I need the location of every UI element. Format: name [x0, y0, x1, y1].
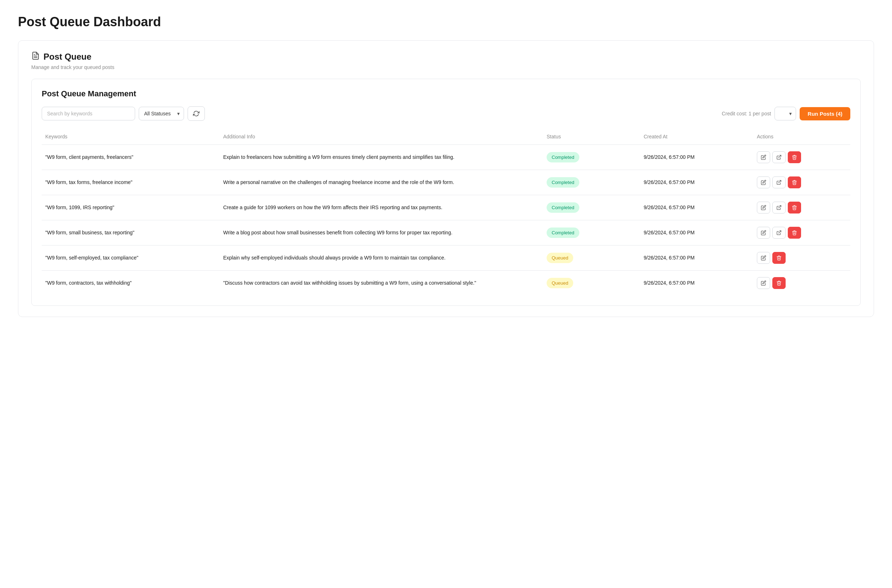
credit-cost-label: Credit cost: 1 per post	[722, 111, 771, 117]
table-row: "W9 form, tax forms, freelance income" W…	[42, 170, 850, 195]
cell-actions	[753, 271, 850, 296]
edit-button[interactable]	[757, 202, 770, 213]
cell-created: 9/26/2024, 6:57:00 PM	[640, 220, 753, 246]
cell-actions	[753, 220, 850, 246]
delete-button[interactable]	[788, 202, 801, 213]
cell-keywords: "W9 form, self-employed, tax compliance"	[42, 246, 220, 271]
open-button[interactable]	[772, 152, 786, 163]
sort-select[interactable]	[775, 107, 796, 120]
inner-card: Post Queue Management All Statuses Compl…	[31, 79, 861, 306]
delete-button[interactable]	[788, 227, 801, 238]
table-row: "W9 form, client payments, freelancers" …	[42, 145, 850, 170]
cell-info: Write a blog post about how small busine…	[220, 220, 543, 246]
cell-keywords: "W9 form, small business, tax reporting"	[42, 220, 220, 246]
cell-actions	[753, 246, 850, 271]
search-input[interactable]	[42, 107, 135, 120]
svg-line-2	[778, 155, 781, 158]
post-queue-icon	[31, 51, 40, 62]
open-button[interactable]	[772, 177, 786, 188]
cell-keywords: "W9 form, tax forms, freelance income"	[42, 170, 220, 195]
card-subtitle: Manage and track your queued posts	[31, 64, 861, 70]
status-badge: Completed	[547, 202, 579, 213]
cell-status: Queued	[543, 271, 640, 296]
cell-status: Completed	[543, 145, 640, 170]
outer-card: Post Queue Manage and track your queued …	[18, 40, 874, 317]
posts-table: Keywords Additional Info Status Created …	[42, 131, 850, 296]
edit-button[interactable]	[757, 252, 770, 264]
cell-status: Completed	[543, 220, 640, 246]
svg-line-4	[778, 206, 781, 208]
cell-created: 9/26/2024, 6:57:00 PM	[640, 145, 753, 170]
status-badge: Completed	[547, 228, 579, 238]
status-badge: Queued	[547, 278, 573, 289]
run-posts-button[interactable]: Run Posts (4)	[800, 107, 850, 120]
cell-status: Completed	[543, 170, 640, 195]
cell-actions	[753, 145, 850, 170]
svg-line-3	[778, 180, 781, 183]
cell-status: Completed	[543, 195, 640, 220]
edit-button[interactable]	[757, 227, 770, 238]
col-actions: Actions	[753, 131, 850, 145]
cell-actions	[753, 170, 850, 195]
card-header: Post Queue	[31, 51, 861, 62]
table-row: "W9 form, self-employed, tax compliance"…	[42, 246, 850, 271]
edit-button[interactable]	[757, 277, 770, 289]
cell-created: 9/26/2024, 6:57:00 PM	[640, 246, 753, 271]
table-row: "W9 form, 1099, IRS reporting" Create a …	[42, 195, 850, 220]
inner-card-title: Post Queue Management	[42, 89, 850, 99]
col-keywords: Keywords	[42, 131, 220, 145]
cell-actions	[753, 195, 850, 220]
cell-info: Create a guide for 1099 workers on how t…	[220, 195, 543, 220]
cell-keywords: "W9 form, client payments, freelancers"	[42, 145, 220, 170]
cell-status: Queued	[543, 246, 640, 271]
svg-line-5	[778, 231, 781, 233]
status-badge: Completed	[547, 152, 579, 163]
sort-wrap	[775, 107, 796, 120]
col-info: Additional Info	[220, 131, 543, 145]
edit-button[interactable]	[757, 177, 770, 188]
cell-created: 9/26/2024, 6:57:00 PM	[640, 271, 753, 296]
col-created: Created At	[640, 131, 753, 145]
card-title: Post Queue	[43, 52, 91, 62]
col-status: Status	[543, 131, 640, 145]
table-row: "W9 form, small business, tax reporting"…	[42, 220, 850, 246]
table-header-row: Keywords Additional Info Status Created …	[42, 131, 850, 145]
delete-button[interactable]	[788, 152, 801, 163]
cell-created: 9/26/2024, 6:57:00 PM	[640, 170, 753, 195]
open-button[interactable]	[772, 227, 786, 238]
cell-created: 9/26/2024, 6:57:00 PM	[640, 195, 753, 220]
cell-keywords: "W9 form, contractors, tax withholding"	[42, 271, 220, 296]
status-badge: Queued	[547, 253, 573, 264]
page-title: Post Queue Dashboard	[18, 14, 874, 30]
cell-keywords: "W9 form, 1099, IRS reporting"	[42, 195, 220, 220]
status-badge: Completed	[547, 177, 579, 188]
status-filter-wrap: All Statuses Completed Queued	[139, 107, 184, 120]
cell-info: Explain why self-employed individuals sh…	[220, 246, 543, 271]
table-row: "W9 form, contractors, tax withholding" …	[42, 271, 850, 296]
refresh-button[interactable]	[187, 106, 205, 121]
toolbar: All Statuses Completed Queued Credit cos…	[42, 106, 850, 121]
cell-info: Explain to freelancers how submitting a …	[220, 145, 543, 170]
status-filter[interactable]: All Statuses Completed Queued	[139, 107, 184, 120]
delete-button[interactable]	[788, 177, 801, 188]
delete-button[interactable]	[772, 252, 786, 264]
delete-button[interactable]	[772, 277, 786, 289]
cell-info: Write a personal narrative on the challe…	[220, 170, 543, 195]
open-button[interactable]	[772, 202, 786, 213]
edit-button[interactable]	[757, 152, 770, 163]
cell-info: "Discuss how contractors can avoid tax w…	[220, 271, 543, 296]
